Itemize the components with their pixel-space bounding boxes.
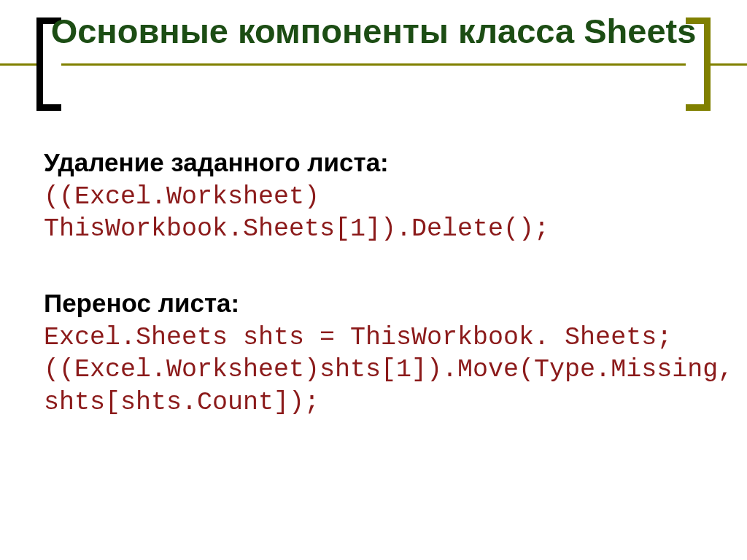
slide: Основные компоненты класса Sheets Удален… — [0, 0, 747, 560]
code-block-move: Excel.Sheets shts = ThisWorkbook. Sheets… — [44, 322, 703, 419]
code-block-delete: ((Excel.Worksheet) ThisWorkbook.Sheets[1… — [44, 181, 703, 246]
section-heading-delete: Удаление заданного листа: — [44, 146, 703, 179]
horizontal-rule — [0, 63, 747, 66]
content-area: Удаление заданного листа: ((Excel.Worksh… — [44, 146, 703, 419]
slide-title: Основные компоненты класса Sheets — [0, 12, 747, 51]
section-heading-move: Перенос листа: — [44, 287, 703, 320]
header-zone: Основные компоненты класса Sheets — [0, 0, 747, 124]
